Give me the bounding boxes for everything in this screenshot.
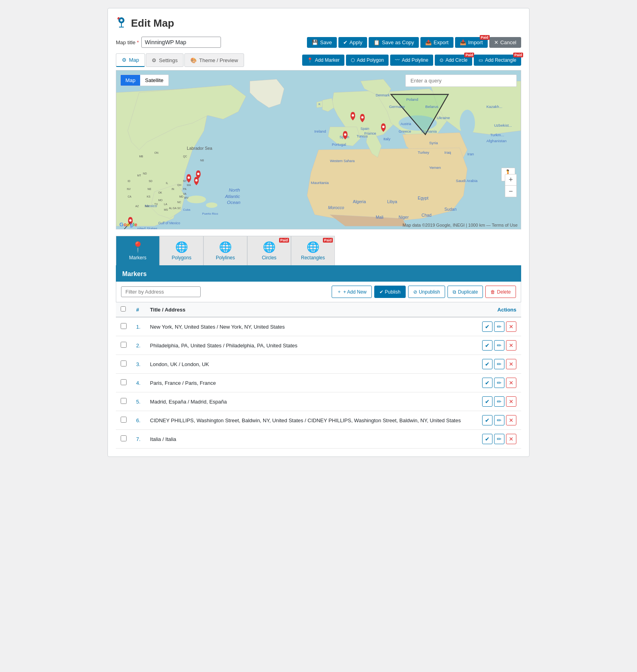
apply-button[interactable]: ✔ Apply xyxy=(338,37,367,48)
table-header-row: # Title / Address Actions xyxy=(116,302,521,317)
circles-tab-label: Circles xyxy=(262,255,277,261)
row-publish-icon[interactable]: ✔ xyxy=(482,396,492,407)
row-checkbox[interactable] xyxy=(121,435,127,441)
row-delete-icon[interactable]: ✕ xyxy=(506,340,516,351)
svg-text:Libya: Libya xyxy=(387,199,397,204)
row-edit-icon[interactable]: ✏ xyxy=(494,378,504,388)
add-new-button[interactable]: ＋ + Add New xyxy=(332,286,371,298)
export-button[interactable]: 📤 Export xyxy=(420,37,453,48)
tab-polygons[interactable]: 🌐 Polygons xyxy=(160,236,203,265)
row-edit-icon[interactable]: ✏ xyxy=(494,415,504,425)
row-actions: ✔ ✏ ✕ xyxy=(476,355,521,374)
row-delete-icon[interactable]: ✕ xyxy=(506,434,516,444)
svg-text:Gulf of Mexico: Gulf of Mexico xyxy=(158,221,180,225)
svg-text:ON: ON xyxy=(154,151,158,154)
filter-address-input[interactable] xyxy=(121,286,201,297)
add-polyline-button[interactable]: 〰 Add Polyline xyxy=(390,55,433,66)
select-all-checkbox[interactable] xyxy=(121,306,126,312)
svg-point-92 xyxy=(195,179,197,182)
add-rectangle-button[interactable]: ▭ Add Rectangle Paid xyxy=(474,55,521,66)
svg-text:Iran: Iran xyxy=(467,152,474,156)
row-delete-icon[interactable]: ✕ xyxy=(506,359,516,369)
row-checkbox[interactable] xyxy=(121,342,127,348)
svg-text:K: K xyxy=(318,102,321,106)
row-checkbox[interactable] xyxy=(121,323,127,329)
row-delete-icon[interactable]: ✕ xyxy=(506,378,516,388)
save-as-copy-button[interactable]: 📋 Save as Copy xyxy=(369,37,419,48)
row-edit-icon[interactable]: ✏ xyxy=(494,340,504,351)
tab-map[interactable]: ⚙ Map xyxy=(116,53,145,67)
svg-text:QC: QC xyxy=(183,155,187,158)
svg-text:LA: LA xyxy=(164,203,168,206)
row-checkbox[interactable] xyxy=(121,417,127,423)
svg-text:NV: NV xyxy=(127,188,131,190)
import-button[interactable]: 📥 Import Paid xyxy=(455,37,488,48)
row-checkbox[interactable] xyxy=(121,379,127,385)
row-publish-icon[interactable]: ✔ xyxy=(482,378,492,388)
save-icon: 💾 xyxy=(312,39,318,45)
row-publish-icon[interactable]: ✔ xyxy=(482,340,492,351)
row-num: 6. xyxy=(131,411,145,430)
add-marker-button[interactable]: 📍 Add Marker xyxy=(302,55,344,66)
svg-text:MD: MD xyxy=(179,195,184,198)
table-row: 2. Philadelphia, PA, United States / Phi… xyxy=(116,336,521,355)
page-header: Edit Map xyxy=(116,16,521,30)
svg-text:AZ: AZ xyxy=(135,205,139,208)
row-edit-icon[interactable]: ✏ xyxy=(494,321,504,332)
svg-text:MS: MS xyxy=(164,208,168,211)
row-delete-icon[interactable]: ✕ xyxy=(506,321,516,332)
cancel-button[interactable]: ✕ Cancel xyxy=(489,37,521,48)
map-container[interactable]: Map Satellite xyxy=(116,70,521,229)
unpublish-button[interactable]: ⊘ Unpublish xyxy=(408,286,445,298)
row-publish-icon[interactable]: ✔ xyxy=(482,359,492,369)
svg-text:WV: WV xyxy=(184,196,189,199)
tab-circles[interactable]: Paid 🌐 Circles xyxy=(247,236,291,265)
svg-text:SC: SC xyxy=(177,207,181,210)
svg-text:NB: NB xyxy=(200,159,204,162)
tab-markers[interactable]: 📍 Markers xyxy=(116,236,160,265)
save-button[interactable]: 💾 Save xyxy=(307,37,337,48)
svg-text:Western Sahara: Western Sahara xyxy=(330,159,355,163)
map-title-label: Map title * xyxy=(116,39,139,45)
row-checkbox[interactable] xyxy=(121,360,127,366)
row-publish-icon[interactable]: ✔ xyxy=(482,321,492,332)
zoom-in-button[interactable]: + xyxy=(505,174,516,186)
svg-text:Ireland: Ireland xyxy=(314,129,326,133)
table-row: 3. London, UK / London, UK ✔ ✏ ✕ xyxy=(116,355,521,374)
delete-button[interactable]: 🗑 Delete xyxy=(485,286,516,298)
svg-text:Puerto Rico: Puerto Rico xyxy=(202,212,218,216)
svg-text:NY: NY xyxy=(183,180,187,182)
map-title-input[interactable] xyxy=(141,37,221,48)
map-search-input[interactable] xyxy=(405,74,517,87)
theme-tab-icon: 🎨 xyxy=(190,57,197,63)
row-checkbox-cell xyxy=(116,430,131,449)
row-edit-icon[interactable]: ✏ xyxy=(494,359,504,369)
svg-text:Labrador Sea: Labrador Sea xyxy=(187,146,212,151)
row-title: New York, NY, United States / New York, … xyxy=(145,317,476,336)
row-delete-icon[interactable]: ✕ xyxy=(506,396,516,407)
row-delete-icon[interactable]: ✕ xyxy=(506,415,516,425)
add-polygon-button[interactable]: ⬡ Add Polygon xyxy=(346,55,389,66)
polygons-globe-icon: 🌐 xyxy=(175,241,188,253)
svg-text:Germany: Germany xyxy=(389,104,405,109)
row-edit-icon[interactable]: ✏ xyxy=(494,434,504,444)
duplicate-button[interactable]: ⧉ Duplicate xyxy=(447,286,483,298)
row-publish-icon[interactable]: ✔ xyxy=(482,434,492,444)
svg-text:Uzbekist...: Uzbekist... xyxy=(494,123,512,127)
map-view-button[interactable]: Map xyxy=(121,75,140,86)
zoom-out-button[interactable]: − xyxy=(505,186,516,197)
row-edit-icon[interactable]: ✏ xyxy=(494,396,504,407)
satellite-view-button[interactable]: Satellite xyxy=(140,75,168,86)
tab-polylines[interactable]: 🌐 Polylines xyxy=(203,236,247,265)
tab-theme-preview[interactable]: 🎨 Theme / Preview xyxy=(184,53,244,67)
row-checkbox[interactable] xyxy=(121,398,127,404)
markers-actions: ＋ + Add New ✔ Publish ⊘ Unpublish ⧉ Dupl… xyxy=(332,286,516,298)
tab-rectangles[interactable]: Paid 🌐 Rectangles xyxy=(291,236,335,265)
row-publish-icon[interactable]: ✔ xyxy=(482,415,492,425)
svg-text:North: North xyxy=(229,188,240,192)
svg-text:Ocean: Ocean xyxy=(227,200,240,205)
table-row: 7. Italia / Italia ✔ ✏ ✕ xyxy=(116,430,521,449)
publish-button[interactable]: ✔ Publish xyxy=(374,286,406,298)
tab-settings[interactable]: ⚙ Settings xyxy=(146,53,184,67)
add-circle-button[interactable]: ⊙ Add Circle Paid xyxy=(435,55,472,66)
